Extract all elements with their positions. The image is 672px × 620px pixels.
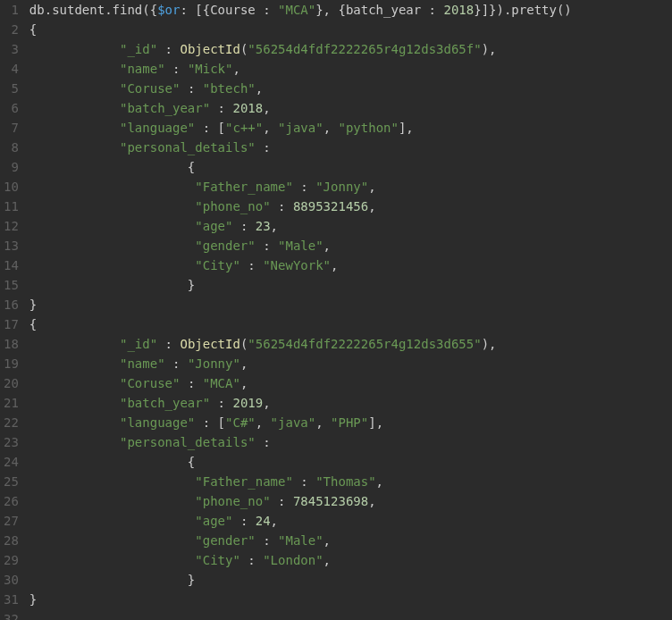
line-number: 6	[4, 98, 19, 118]
code-token	[29, 474, 195, 489]
code-line: db.sutdent.find({$or: [{Course : "MCA"},…	[29, 0, 672, 20]
code-line: "language" : ["C#", "java", "PHP"],	[29, 413, 672, 432]
line-number: 4	[4, 59, 19, 79]
code-token: "Coruse"	[120, 376, 180, 390]
code-token: ),	[482, 337, 497, 351]
code-token: {	[29, 22, 37, 37]
code-token: "Jonny"	[188, 356, 240, 371]
code-token: "java"	[278, 121, 323, 135]
code-line: "age" : 23,	[29, 216, 672, 236]
code-line: }	[29, 275, 672, 295]
line-number: 32	[4, 609, 19, 620]
code-token	[29, 435, 120, 449]
code-area[interactable]: db.sutdent.find({$or: [{Course : "MCA"},…	[26, 0, 672, 620]
code-token: :	[271, 494, 293, 508]
line-number: 19	[4, 354, 19, 373]
line-number: 28	[4, 531, 19, 550]
code-line: }	[29, 295, 672, 314]
code-line: {	[29, 314, 672, 334]
code-token	[29, 180, 195, 194]
code-token: "c++"	[225, 121, 263, 135]
code-token: "PHP"	[331, 415, 368, 430]
code-line: "gender" : "Male",	[29, 236, 672, 256]
line-number: 1	[4, 0, 19, 20]
code-token: :	[256, 140, 271, 155]
code-token: "C#"	[225, 415, 256, 430]
code-token	[29, 62, 120, 76]
code-token: "Male"	[278, 533, 323, 548]
code-token: }	[29, 592, 37, 607]
line-number: 24	[4, 452, 19, 472]
code-line: }	[29, 590, 672, 609]
code-token: "Thomas"	[315, 474, 375, 489]
code-token: :	[180, 81, 202, 96]
line-number: 18	[4, 334, 19, 354]
code-token: :	[157, 42, 180, 56]
code-token: "btech"	[203, 81, 256, 96]
code-token: }, {batch_year :	[315, 3, 443, 17]
code-token: :	[271, 199, 293, 214]
code-token: "java"	[271, 415, 316, 430]
code-token: ,	[256, 81, 263, 96]
line-number: 10	[4, 177, 19, 197]
line-number: 7	[4, 118, 19, 138]
code-line: "Father_name" : "Thomas",	[29, 472, 672, 491]
line-number: 15	[4, 275, 19, 295]
code-token: {	[29, 317, 37, 331]
code-token: ObjectId	[180, 42, 239, 56]
code-token: "MCA"	[203, 376, 240, 390]
code-token: "56254d4fdf2222265r4g12ds3d65f"	[248, 42, 481, 56]
code-token: ,	[323, 533, 331, 548]
code-token: }	[29, 573, 195, 587]
code-token: }	[29, 278, 195, 292]
code-token: "language"	[120, 415, 195, 430]
code-token	[29, 553, 195, 567]
code-token	[29, 239, 195, 253]
line-number: 13	[4, 236, 19, 256]
code-token: ,	[368, 199, 375, 214]
code-token: ],	[368, 415, 383, 430]
code-line: "batch_year" : 2019,	[29, 393, 672, 413]
code-token	[29, 337, 120, 351]
line-number: 5	[4, 79, 19, 98]
code-line: {	[29, 452, 672, 472]
line-number: 3	[4, 39, 19, 59]
code-token: :	[232, 514, 255, 528]
code-token: "56254d4fdf2222265r4g12ds3d655"	[248, 337, 481, 351]
code-token: "age"	[195, 514, 232, 528]
code-line: "City" : "NewYork",	[29, 256, 672, 275]
code-token: :	[293, 180, 315, 194]
code-token	[29, 258, 195, 272]
line-number: 31	[4, 590, 19, 609]
code-token: "language"	[120, 121, 195, 135]
code-token: :	[256, 239, 278, 253]
code-token: "_id"	[120, 337, 157, 351]
code-token	[29, 494, 195, 508]
line-number: 27	[4, 511, 19, 531]
code-line: "name" : "Jonny",	[29, 354, 672, 373]
code-token: ,	[323, 239, 331, 253]
code-token: {	[29, 160, 195, 174]
code-token: "gender"	[195, 533, 255, 548]
code-token: "batch_year"	[120, 101, 210, 115]
code-token: ,	[263, 121, 278, 135]
code-token: :	[210, 396, 232, 410]
line-number: 17	[4, 314, 19, 334]
code-token: "Coruse"	[120, 81, 180, 96]
code-token: ],	[399, 121, 414, 135]
code-token: "City"	[195, 553, 240, 567]
code-line: "Father_name" : "Jonny",	[29, 177, 672, 197]
code-line: "phone_no" : 7845123698,	[29, 491, 672, 511]
line-number: 9	[4, 157, 19, 177]
code-token: :	[256, 533, 278, 548]
code-token	[29, 396, 120, 410]
code-token: ,	[315, 415, 331, 430]
code-token: ,	[240, 376, 248, 390]
code-token	[29, 356, 120, 371]
line-number: 20	[4, 373, 19, 393]
code-token: ,	[263, 101, 270, 115]
code-token: :	[165, 356, 188, 371]
code-token	[29, 42, 120, 56]
code-token: "phone_no"	[195, 199, 270, 214]
line-number: 2	[4, 20, 19, 39]
